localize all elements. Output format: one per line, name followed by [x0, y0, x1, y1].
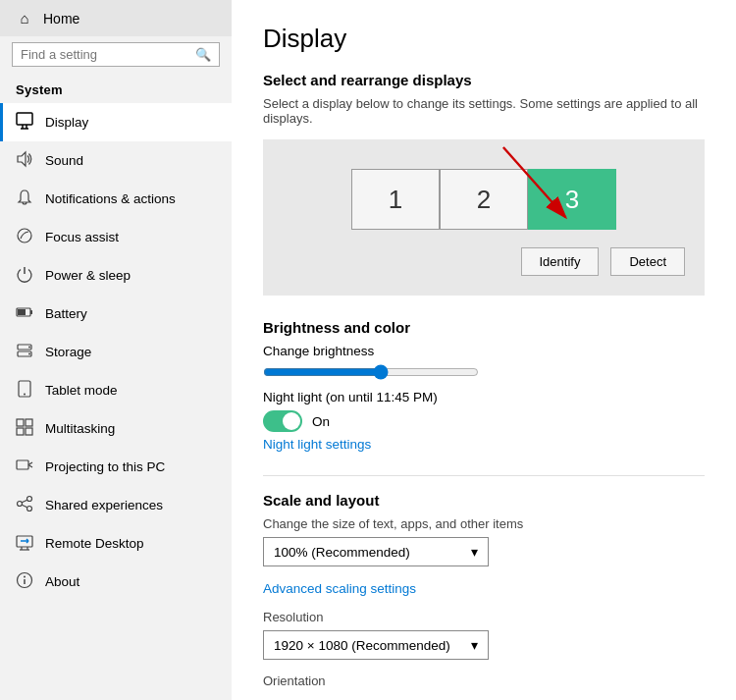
resolution-value: 1920 × 1080 (Recommended) [274, 638, 450, 653]
display-icon [16, 112, 33, 133]
advanced-scaling-link[interactable]: Advanced scaling settings [263, 581, 416, 596]
sidebar-item-shared-label: Shared experiences [45, 498, 163, 512]
sidebar-item-notifications[interactable]: Notifications & actions [0, 180, 232, 218]
sidebar-item-shared[interactable]: Shared experiences [0, 486, 232, 524]
svg-rect-18 [26, 428, 32, 435]
home-label: Home [43, 11, 79, 27]
svg-point-11 [28, 347, 30, 349]
select-section-title: Select and rearrange displays [263, 72, 705, 88]
svg-point-36 [24, 576, 26, 578]
svg-point-14 [24, 394, 26, 396]
scale-dropdown[interactable]: 100% (Recommended) ▾ [263, 537, 489, 566]
monitor-1[interactable]: 1 [351, 169, 440, 230]
multitasking-icon [16, 418, 33, 439]
notifications-icon [16, 188, 33, 209]
sound-icon [16, 150, 33, 171]
sidebar-item-focus-label: Focus assist [45, 230, 119, 244]
sidebar-item-display-label: Display [45, 115, 88, 130]
scale-chevron-icon: ▾ [471, 544, 478, 560]
resolution-dropdown-row: 1920 × 1080 (Recommended) ▾ [263, 630, 705, 660]
svg-point-22 [27, 497, 32, 502]
svg-point-23 [18, 502, 23, 507]
sidebar-item-storage[interactable]: Storage [0, 333, 232, 371]
shared-icon [16, 495, 33, 515]
svg-line-20 [28, 462, 32, 465]
detect-button[interactable]: Detect [610, 247, 685, 276]
sidebar-item-power-label: Power & sleep [45, 268, 131, 283]
monitor-2[interactable]: 2 [440, 169, 528, 230]
sidebar-home[interactable]: ⌂ Home [0, 0, 232, 36]
remote-icon [16, 533, 33, 554]
sidebar-item-tablet[interactable]: Tablet mode [0, 371, 232, 409]
night-light-toggle[interactable] [263, 410, 302, 432]
orientation-label: Orientation [263, 673, 705, 688]
sidebar-item-remote-label: Remote Desktop [45, 536, 144, 551]
storage-icon [16, 342, 33, 362]
sidebar-item-tablet-label: Tablet mode [45, 383, 118, 398]
monitor-3[interactable]: 3 [528, 169, 616, 230]
tablet-icon [16, 380, 33, 401]
sidebar-item-about-label: About [45, 574, 79, 589]
search-box: 🔍 [12, 42, 220, 67]
home-icon: ⌂ [16, 10, 33, 27]
projecting-icon [16, 457, 33, 477]
svg-rect-7 [30, 310, 32, 314]
sidebar-item-battery[interactable]: Battery [0, 295, 232, 333]
brightness-section: Brightness and color Change brightness N… [263, 319, 705, 452]
sidebar-item-remote[interactable]: Remote Desktop [0, 524, 232, 563]
sidebar-item-display[interactable]: Display [0, 103, 232, 141]
svg-rect-16 [26, 419, 32, 426]
scale-dropdown-row: 100% (Recommended) ▾ [263, 537, 705, 566]
svg-rect-19 [17, 460, 28, 469]
main-content: Display Select and rearrange displays Se… [232, 0, 736, 700]
sidebar-item-projecting[interactable]: Projecting to this PC [0, 448, 232, 486]
night-light-state: On [312, 414, 330, 429]
display-buttons: Identify Detect [521, 247, 686, 276]
resolution-chevron-icon: ▾ [471, 637, 478, 653]
brightness-section-title: Brightness and color [263, 319, 705, 336]
svg-rect-8 [18, 309, 26, 315]
sidebar-item-multitasking[interactable]: Multitasking [0, 409, 232, 448]
svg-line-21 [28, 465, 32, 468]
night-light-settings-link[interactable]: Night light settings [263, 437, 371, 452]
page-title: Display [263, 24, 705, 54]
svg-line-25 [22, 500, 26, 503]
svg-rect-15 [17, 419, 24, 426]
sidebar-item-sound[interactable]: Sound [0, 141, 232, 180]
power-icon [16, 265, 33, 286]
sidebar-item-sound-label: Sound [45, 153, 83, 168]
display-select-section: Select and rearrange displays Select a d… [263, 72, 705, 296]
search-input[interactable] [21, 47, 189, 62]
monitors-row: 1 2 3 [351, 169, 616, 230]
change-brightness-label: Change brightness [263, 344, 705, 358]
focus-icon [16, 227, 33, 247]
resolution-dropdown[interactable]: 1920 × 1080 (Recommended) ▾ [263, 630, 489, 660]
scale-value: 100% (Recommended) [274, 545, 410, 560]
display-selector-box: 1 2 3 Identify Detect [263, 139, 705, 296]
svg-rect-17 [17, 428, 24, 435]
sidebar-item-notifications-label: Notifications & actions [45, 191, 176, 206]
brightness-slider[interactable] [263, 364, 479, 380]
battery-icon [16, 303, 33, 324]
svg-point-24 [27, 507, 32, 512]
sidebar: ⌂ Home 🔍 System Display Sound [0, 0, 232, 700]
scale-section: Scale and layout Change the size of text… [263, 492, 705, 688]
divider [263, 475, 705, 476]
svg-point-12 [28, 353, 30, 355]
sidebar-item-projecting-label: Projecting to this PC [45, 459, 165, 474]
about-icon [16, 571, 33, 592]
system-label: System [0, 77, 232, 103]
select-section-desc: Select a display below to change its set… [263, 96, 705, 126]
svg-marker-4 [18, 152, 26, 166]
sidebar-item-power[interactable]: Power & sleep [0, 256, 232, 295]
sidebar-item-focus[interactable]: Focus assist [0, 218, 232, 256]
search-button[interactable]: 🔍 [195, 47, 211, 62]
resolution-label: Resolution [263, 610, 705, 624]
sidebar-item-battery-label: Battery [45, 306, 87, 321]
toggle-row: On [263, 410, 705, 432]
identify-button[interactable]: Identify [521, 247, 600, 276]
sidebar-item-about[interactable]: About [0, 563, 232, 601]
brightness-slider-row [263, 364, 705, 380]
sidebar-item-storage-label: Storage [45, 345, 91, 359]
svg-point-5 [18, 229, 31, 242]
